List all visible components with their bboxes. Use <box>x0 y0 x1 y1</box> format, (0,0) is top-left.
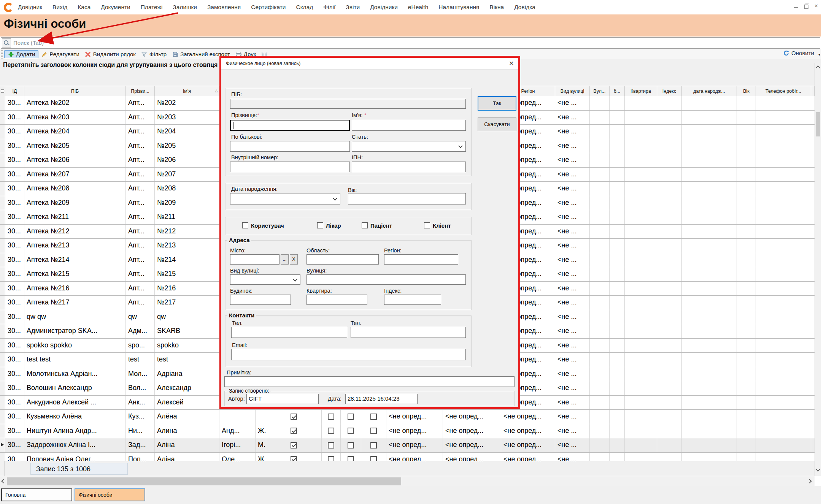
apartment-field[interactable] <box>306 295 367 305</box>
cell-apartment[interactable] <box>625 182 657 196</box>
cell-postal_index[interactable] <box>657 111 682 125</box>
postal-index-field[interactable] <box>384 295 441 305</box>
cell-apartment[interactable] <box>625 438 657 452</box>
cell-pib[interactable]: Аптека №205 <box>24 139 126 153</box>
cell-pib[interactable]: Аптека №216 <box>24 282 126 296</box>
cell-name[interactable]: №205 <box>155 139 219 153</box>
cell-surname[interactable]: test <box>126 353 155 367</box>
menu-item-4[interactable]: Документи <box>101 4 130 11</box>
cell-building[interactable] <box>610 438 625 452</box>
cell-apartment[interactable] <box>625 381 657 395</box>
cell-street_type[interactable]: <не ... <box>555 96 590 110</box>
cell-postal_index[interactable] <box>657 367 682 381</box>
checkbox-unchecked-icon[interactable] <box>348 428 354 434</box>
checkbox-checked-icon[interactable] <box>291 456 297 461</box>
cell-street[interactable] <box>590 353 610 367</box>
email-field[interactable] <box>231 349 466 360</box>
cell-id[interactable]: 30... <box>5 125 24 139</box>
cell-postal_index[interactable] <box>657 424 682 438</box>
cell-age[interactable] <box>737 168 756 182</box>
cell-age[interactable] <box>737 381 756 395</box>
city-field[interactable] <box>230 254 279 265</box>
cell-pib[interactable]: Аптека №217 <box>24 296 126 310</box>
cell-age[interactable] <box>737 282 756 296</box>
menu-item-1[interactable]: Довідник <box>18 4 42 11</box>
cell-surname[interactable]: Мол... <box>126 367 155 381</box>
column-header-age[interactable]: Вік <box>737 86 756 96</box>
cell-name[interactable]: Алина <box>155 424 219 438</box>
cell-city[interactable]: <не опред... <box>386 438 443 452</box>
cell-surname[interactable]: Апт... <box>126 196 155 210</box>
cell-work_phone[interactable] <box>756 296 811 310</box>
column-header-street[interactable]: Вул... <box>590 86 610 96</box>
checkbox-unchecked-icon[interactable] <box>370 428 377 434</box>
cell-oblast[interactable]: <не опред... <box>443 453 501 462</box>
cell-id[interactable]: 30... <box>5 153 24 167</box>
cell-street_type[interactable]: <не ... <box>555 310 590 324</box>
cell-age[interactable] <box>737 96 756 110</box>
cell-id[interactable]: 30... <box>5 139 24 153</box>
cell-id[interactable]: 30... <box>5 310 24 324</box>
cell-pib[interactable]: Аптека №212 <box>24 225 126 239</box>
cell-apartment[interactable] <box>625 267 657 281</box>
checkbox-checked-icon[interactable] <box>291 414 297 420</box>
cell-postal_index[interactable] <box>657 153 682 167</box>
cell-surname[interactable]: Апт... <box>126 239 155 253</box>
cell-birth_date[interactable] <box>682 153 737 167</box>
cell-street_type[interactable]: <не ... <box>555 367 590 381</box>
cell-id[interactable]: 30... <box>5 396 24 410</box>
cell-age[interactable] <box>737 310 756 324</box>
cell-street_type[interactable]: <не ... <box>555 353 590 367</box>
cell-id[interactable]: 30... <box>5 225 24 239</box>
checkbox-unchecked-icon[interactable] <box>348 414 354 420</box>
cell-street_type[interactable]: <не ... <box>555 125 590 139</box>
birth-date-select[interactable] <box>230 193 340 204</box>
cell-pib[interactable]: Молотинська Адріан... <box>24 367 126 381</box>
user-checkbox[interactable] <box>242 222 248 228</box>
cell-surname[interactable]: Куз... <box>126 410 155 424</box>
cell-birth_date[interactable] <box>682 168 737 182</box>
cell-work_phone[interactable] <box>756 310 811 324</box>
cell-region[interactable]: <не опред... <box>501 438 555 452</box>
cell-work_phone[interactable] <box>756 353 811 367</box>
cell-work_phone[interactable] <box>756 96 811 110</box>
cell-apartment[interactable] <box>625 453 657 462</box>
cell-id[interactable]: 30... <box>5 182 24 196</box>
cell-street_type[interactable]: <не ... <box>555 410 590 424</box>
cell-age[interactable] <box>737 438 756 452</box>
cell-birth_date[interactable] <box>682 453 737 462</box>
cell-name[interactable]: SKARB <box>155 324 219 338</box>
cell-building[interactable] <box>610 267 625 281</box>
cell-building[interactable] <box>610 410 625 424</box>
cell-surname[interactable]: Ни... <box>126 424 155 438</box>
cell-street[interactable] <box>590 239 610 253</box>
cell-apartment[interactable] <box>625 324 657 338</box>
cell-building[interactable] <box>610 282 625 296</box>
dialog-close-icon[interactable]: × <box>509 59 514 68</box>
cell-postal_index[interactable] <box>657 139 682 153</box>
cell-work_phone[interactable] <box>756 153 811 167</box>
cell-pib[interactable]: Анкудинов Алексей ... <box>24 396 126 410</box>
cell-age[interactable] <box>737 339 756 353</box>
horizontal-scrollbar[interactable] <box>0 476 815 487</box>
table-row[interactable]: 30...Задорожнюк Аліна І...Зад...АлінаІго… <box>0 438 815 453</box>
cell-building[interactable] <box>610 396 625 410</box>
cell-street_type[interactable]: <не ... <box>555 267 590 281</box>
cell-street[interactable] <box>590 196 610 210</box>
cell-surname[interactable]: Апт... <box>126 125 155 139</box>
cell-id[interactable]: 30... <box>5 453 24 462</box>
cell-city[interactable]: <не опред... <box>386 424 443 438</box>
cell-sex[interactable]: Ж <box>256 453 266 462</box>
cell-age[interactable] <box>737 153 756 167</box>
cell-building[interactable] <box>610 339 625 353</box>
cell-building[interactable] <box>610 253 625 267</box>
cell-postal_index[interactable] <box>657 253 682 267</box>
cell-birth_date[interactable] <box>682 239 737 253</box>
cell-postal_index[interactable] <box>657 182 682 196</box>
cell-postal_index[interactable] <box>657 267 682 281</box>
cell-pib[interactable]: Задорожнюк Аліна І... <box>24 438 126 452</box>
cell-apartment[interactable] <box>625 310 657 324</box>
menu-item-13[interactable]: eHealth <box>408 4 428 11</box>
cell-street[interactable] <box>590 139 610 153</box>
cell-apartment[interactable] <box>625 168 657 182</box>
